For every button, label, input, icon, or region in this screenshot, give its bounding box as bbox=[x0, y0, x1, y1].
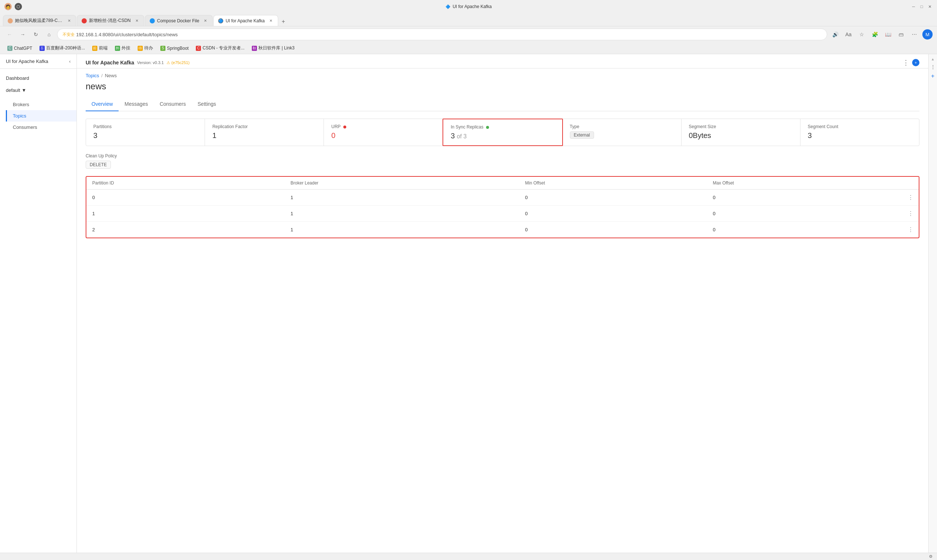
tab-overview[interactable]: Overview bbox=[86, 97, 118, 111]
tab-messages[interactable]: Messages bbox=[118, 97, 154, 111]
translate-button[interactable]: Aa bbox=[843, 29, 854, 40]
insync-value: 3 of 3 bbox=[451, 132, 554, 140]
cell-partition-id-0: 0 bbox=[86, 189, 285, 206]
browser-tab-4[interactable]: 🔷 UI for Apache Kafka ✕ bbox=[213, 15, 278, 26]
cell-actions-0[interactable]: ⋮ bbox=[902, 189, 919, 206]
app-title-row: UI for Apache Kafka Version: v0.3.1 ⚠ (e… bbox=[86, 58, 919, 67]
cell-min-offset-0: 0 bbox=[519, 189, 707, 206]
app-content: UI for Apache Kafka Version: v0.3.1 ⚠ (e… bbox=[77, 54, 928, 553]
cell-broker-leader-0: 1 bbox=[285, 189, 519, 206]
right-panel-btn-1[interactable]: ⋮ bbox=[931, 64, 935, 70]
browser-tab-3[interactable]: Compose Docker File ✕ bbox=[145, 15, 213, 26]
main-content: UI for Apache Kafka ‹ Dashboard default … bbox=[0, 54, 937, 553]
warning-badge: ⚠ (e75c251) bbox=[166, 60, 189, 65]
bookmark-hack[interactable]: 外 外挂 bbox=[112, 44, 133, 53]
sidebar-item-consumers[interactable]: Consumers bbox=[6, 122, 77, 133]
bookmark-link3[interactable]: 秋 秋日软件库 | Link3 bbox=[249, 44, 297, 53]
browser-tab-1[interactable]: 她似晚风般温柔789-CSDN博客 ✕ bbox=[3, 15, 76, 26]
app-main-title: UI for Apache Kafka bbox=[86, 60, 134, 66]
profile-icon2[interactable]: ⬡ bbox=[15, 3, 22, 10]
right-panel-btn-2[interactable]: + bbox=[931, 73, 934, 79]
segment-size-label: Segment Size bbox=[689, 124, 793, 129]
breadcrumb-topics-link[interactable]: Topics bbox=[86, 73, 99, 78]
row-actions-button-1[interactable]: ⋮ bbox=[908, 211, 914, 217]
cell-min-offset-2: 0 bbox=[519, 222, 707, 238]
tab-close-2[interactable]: ✕ bbox=[134, 18, 140, 23]
settings-icon[interactable]: ⚙ bbox=[929, 554, 932, 559]
tab-bar: 她似晚风般温柔789-CSDN博客 ✕ 新增粉丝-消息-CSDN ✕ Compo… bbox=[0, 13, 937, 26]
tab-close-1[interactable]: ✕ bbox=[67, 18, 71, 23]
sidebar-item-topics[interactable]: Topics bbox=[6, 110, 77, 122]
more-options-icon[interactable]: ⋮ bbox=[903, 58, 909, 67]
cell-broker-leader-1: 1 bbox=[285, 206, 519, 222]
sidebar-header: UI for Apache Kafka ‹ bbox=[0, 54, 77, 69]
cleanup-section: Clean Up Policy DELETE bbox=[86, 153, 919, 169]
page-content: Topics / News news Overview Messages Con… bbox=[77, 68, 928, 247]
row-actions-button-0[interactable]: ⋮ bbox=[908, 194, 914, 201]
tab-settings[interactable]: Settings bbox=[192, 97, 222, 111]
bookmark-icon-link3: 秋 bbox=[252, 46, 257, 51]
extensions-button[interactable]: 🧩 bbox=[870, 29, 880, 40]
cell-broker-leader-2: 1 bbox=[285, 222, 519, 238]
version-badge: Version: v0.3.1 bbox=[137, 60, 164, 65]
right-panel-scroll-up: ▲ bbox=[931, 57, 935, 61]
cell-min-offset-1: 0 bbox=[519, 206, 707, 222]
cell-actions-1[interactable]: ⋮ bbox=[902, 206, 919, 222]
table-header-row: Partition ID Broker Leader Min Offset Ma… bbox=[86, 177, 919, 189]
type-value: External bbox=[570, 131, 674, 139]
urp-value: 0 bbox=[331, 131, 435, 140]
tab-close-4[interactable]: ✕ bbox=[268, 18, 274, 23]
add-button[interactable]: + bbox=[912, 59, 919, 66]
sidebar-brokers-label: Brokers bbox=[13, 102, 29, 107]
reading-list-button[interactable]: 📖 bbox=[883, 29, 893, 40]
bookmark-todo[interactable]: 待 待办 bbox=[135, 44, 156, 53]
tab-close-3[interactable]: ✕ bbox=[203, 18, 208, 23]
chevron-down-icon: ▼ bbox=[22, 88, 26, 93]
segment-size-value: 0Bytes bbox=[689, 131, 793, 140]
col-broker-leader: Broker Leader bbox=[285, 177, 519, 189]
account-button[interactable]: M bbox=[922, 29, 932, 40]
sidebar-item-brokers[interactable]: Brokers bbox=[6, 99, 77, 110]
read-aloud-button[interactable]: 🔊 bbox=[830, 29, 840, 40]
bookmark-icon-csdn: C bbox=[196, 46, 201, 51]
stat-urp: URP 0 bbox=[324, 119, 443, 146]
new-tab-button[interactable]: + bbox=[279, 17, 288, 26]
partitions-value: 3 bbox=[93, 131, 197, 140]
close-button[interactable]: ✕ bbox=[927, 4, 932, 9]
table-row: 2 1 0 0 ⋮ bbox=[86, 222, 919, 238]
favorites-button[interactable]: ☆ bbox=[857, 29, 867, 40]
profile-icon[interactable]: 🧑 bbox=[5, 3, 12, 10]
bookmark-label-baidu: 百度翻译-200种语... bbox=[46, 45, 85, 51]
more-button[interactable]: ⋯ bbox=[909, 29, 919, 40]
row-actions-button-2[interactable]: ⋮ bbox=[908, 226, 914, 233]
cell-actions-2[interactable]: ⋮ bbox=[902, 222, 919, 238]
cluster-label[interactable]: default ▼ bbox=[0, 85, 77, 96]
bookmark-frontend[interactable]: 前 前端 bbox=[89, 44, 111, 53]
address-input[interactable]: 不安全 192.168.1.4:8080/ui/clusters/default… bbox=[57, 29, 827, 40]
minimize-button[interactable]: ─ bbox=[911, 4, 917, 9]
browser-tab-2[interactable]: 新增粉丝-消息-CSDN ✕ bbox=[77, 15, 144, 26]
sidebar-nav: Dashboard default ▼ Brokers Topics Consu… bbox=[0, 69, 77, 139]
bookmark-label-hack: 外挂 bbox=[122, 45, 130, 51]
side-panel: UI for Apache Kafka ‹ Dashboard default … bbox=[0, 54, 77, 553]
col-partition-id: Partition ID bbox=[86, 177, 285, 189]
address-bar: ← → ↻ ⌂ 不安全 192.168.1.4:8080/ui/clusters… bbox=[0, 26, 937, 43]
bookmark-label-spring: SpringBoot bbox=[167, 46, 189, 51]
bookmark-csdn[interactable]: C CSDN - 专业开发者... bbox=[193, 44, 248, 53]
bookmark-baidu[interactable]: 百 百度翻译-200种语... bbox=[37, 44, 88, 53]
page-tab-nav: Overview Messages Consumers Settings bbox=[86, 97, 919, 111]
sidebar-item-dashboard[interactable]: Dashboard bbox=[0, 72, 77, 85]
tab-label-2: 新增粉丝-消息-CSDN bbox=[89, 18, 131, 24]
tab-consumers[interactable]: Consumers bbox=[154, 97, 192, 111]
maximize-button[interactable]: □ bbox=[919, 4, 925, 9]
segment-count-value: 3 bbox=[808, 131, 912, 140]
reload-button[interactable]: ↻ bbox=[31, 29, 41, 40]
home-button[interactable]: ⌂ bbox=[44, 29, 54, 40]
forward-button[interactable]: → bbox=[18, 29, 28, 40]
bookmark-springboot[interactable]: S SpringBoot bbox=[157, 44, 191, 53]
collections-button[interactable]: 🗃 bbox=[896, 29, 906, 40]
sidebar-dashboard-label: Dashboard bbox=[6, 75, 29, 81]
back-button[interactable]: ← bbox=[5, 29, 15, 40]
sidebar-collapse-button[interactable]: ‹ bbox=[69, 58, 71, 64]
bookmark-chatgpt[interactable]: C ChatGPT bbox=[5, 44, 35, 53]
